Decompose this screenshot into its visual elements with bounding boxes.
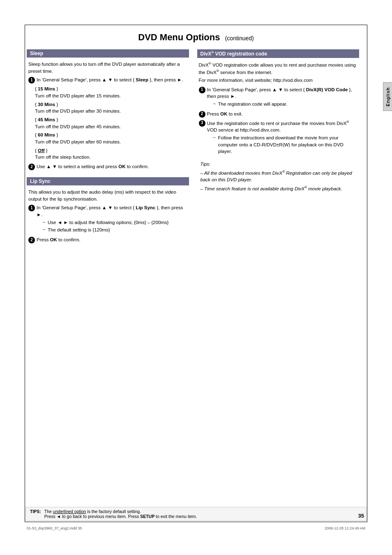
sleep-step1-content: In 'General Setup Page', press ▲ ▼ to se…: [37, 76, 187, 83]
footer-left: 01-53_dvp3960_37_eng2.indd 35: [27, 526, 82, 530]
top-border: [25, 25, 367, 25]
divx-step1-content: In 'General Setup Page', press ▲ ▼ to se…: [207, 86, 358, 109]
sleep-content: Sleep function allows you to turn off th…: [27, 60, 189, 173]
lipsync-intro: This allows you to adjust the audio dela…: [28, 189, 187, 202]
sleep-step2-content: Use ▲ ▼ to select a setting and press OK…: [37, 163, 187, 170]
left-border: [25, 25, 25, 522]
option-60mins: { 60 Mins } Turn off the DVD player afte…: [35, 132, 187, 145]
option-30mins: { 30 Mins } Turn off the DVD player afte…: [35, 101, 187, 115]
sleep-step2: 2 Use ▲ ▼ to select a setting and press …: [28, 163, 187, 170]
lipsync-section: Lip Sync This allows you to adjust the a…: [27, 177, 189, 246]
lipsync-header: Lip Sync: [27, 177, 189, 185]
english-tab-label: English: [385, 87, 390, 106]
divx-tips: Tips: – All the downloaded movies from D…: [199, 160, 358, 193]
divx-step1-num: 1: [199, 87, 205, 93]
sleep-header: Sleep: [27, 49, 189, 58]
divx-content: DivX® VOD registration code allows you t…: [197, 60, 360, 194]
lipsync-arrow2: → The default setting is {120ms}: [42, 227, 187, 234]
divx-tip2: – Time search feature is not available d…: [201, 185, 356, 192]
title-continued: (continued): [225, 35, 254, 42]
lipsync-step2: 2 Press OK to confirm.: [28, 236, 187, 243]
divx-step2: 2 Press OK to exit.: [199, 111, 358, 118]
left-column: Sleep Sleep function allows you to turn …: [27, 49, 189, 520]
divx-step3-num: 3: [199, 120, 205, 127]
lipsync-step2-num: 2: [28, 237, 35, 243]
tips-bar: TIPS: The underlined option is the facto…: [25, 507, 367, 521]
page-wrapper: English DVD Menu Options (continued) Sle…: [0, 0, 392, 555]
option-off-desc: Turn off the sleep function.: [35, 155, 91, 160]
content-area: Sleep Sleep function allows you to turn …: [27, 49, 359, 520]
divx-tips-heading: Tips:: [201, 161, 356, 168]
page-number: 35: [358, 513, 364, 519]
bottom-border: [25, 522, 367, 522]
divx-intro1: DivX® VOD registration code allows you t…: [199, 61, 358, 76]
footer-right: 2006-12-28 11:24:49 AM: [325, 526, 365, 530]
lipsync-step1-content: In 'General Setup Page', press ▲ ▼ to se…: [37, 204, 187, 234]
divx-step1: 1 In 'General Setup Page', press ▲ ▼ to …: [199, 86, 358, 109]
sleep-section: Sleep Sleep function allows you to turn …: [27, 49, 189, 173]
divx-step2-content: Press OK to exit.: [207, 111, 358, 118]
option-15mins: { 15 Mins } Turn off the DVD player afte…: [35, 86, 187, 99]
step-num-1: 1: [28, 77, 35, 83]
option-30mins-desc: Turn off the DVD player after 30 minutes…: [35, 109, 121, 113]
divx-tip1: – All the downloaded movies from DivX® R…: [201, 169, 356, 183]
main-title: DVD Menu Options (continued): [0, 28, 392, 43]
option-45mins: { 45 Mins } Turn off the DVD player afte…: [35, 116, 187, 130]
divx-intro2: For more information, visit website; htt…: [199, 77, 358, 84]
option-15mins-desc: Turn off the DVD player after 15 minutes…: [35, 93, 121, 98]
sleep-intro: Sleep function allows you to turn off th…: [28, 61, 187, 74]
divx-step1-arrow: → The registration code will appear.: [212, 101, 358, 108]
divx-step3-content: Use the registration code to rent or pur…: [207, 120, 358, 156]
right-border: [367, 25, 367, 522]
divx-header: DivX® VOD registration code: [197, 49, 360, 58]
option-off: { Off } Turn off the sleep function.: [35, 147, 187, 161]
lipsync-step1-num: 1: [28, 205, 35, 211]
divx-step3-arrow: → Follow the instructions and download t…: [212, 134, 358, 155]
sleep-step1: 1 In 'General Setup Page', press ▲ ▼ to …: [28, 76, 187, 83]
step-num-2: 2: [28, 164, 35, 170]
tips-bar-content: The underlined option is the factory def…: [44, 509, 197, 519]
footer-info: 01-53_dvp3960_37_eng2.indd 35 2006-12-28…: [27, 526, 365, 530]
english-tab: English: [383, 82, 392, 111]
tips-bar-label: TIPS:: [30, 509, 41, 514]
lipsync-content: This allows you to adjust the audio dela…: [27, 188, 189, 246]
divx-step3: 3 Use the registration code to rent or p…: [199, 120, 358, 156]
option-60mins-desc: Turn off the DVD player after 60 minutes…: [35, 139, 121, 144]
lipsync-step2-content: Press OK to confirm.: [37, 236, 187, 243]
lipsync-step1: 1 In 'General Setup Page', press ▲ ▼ to …: [28, 204, 187, 234]
option-45mins-desc: Turn off the DVD player after 45 minutes…: [35, 124, 121, 129]
right-column: DivX® VOD registration code DivX® VOD re…: [197, 49, 360, 520]
title-text: DVD Menu Options: [138, 32, 220, 42]
divx-section: DivX® VOD registration code DivX® VOD re…: [197, 49, 360, 194]
divx-step2-num: 2: [199, 111, 205, 118]
lipsync-arrow1: → Use ◄ ► to adjust the following option…: [42, 219, 187, 226]
